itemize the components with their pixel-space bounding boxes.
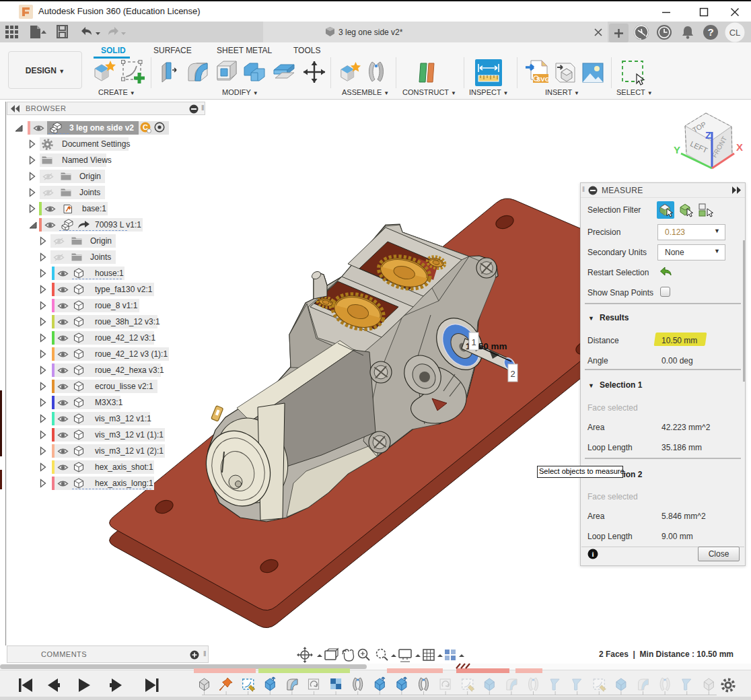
svg-text:1: 1 [471, 337, 476, 347]
svg-text:Z: Z [705, 129, 711, 141]
svg-text:?: ? [707, 26, 713, 38]
svg-text:CL: CL [729, 28, 741, 38]
svg-text:i: i [592, 550, 594, 558]
svg-text:2: 2 [510, 369, 515, 379]
svg-text:Y: Y [674, 144, 680, 155]
svg-text:X: X [736, 141, 743, 153]
